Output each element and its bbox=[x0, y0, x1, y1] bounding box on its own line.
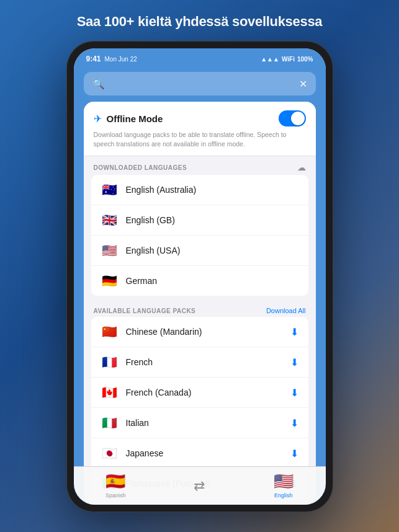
list-item[interactable]: 🇯🇵 Japanese ⬇ bbox=[91, 438, 308, 469]
battery-icon: 100% bbox=[297, 56, 313, 63]
flag-fr-ca: 🇨🇦 bbox=[101, 384, 119, 401]
tab-target-language[interactable]: 🇺🇸 English bbox=[241, 472, 315, 499]
sections-wrapper: DOWNLOADED LANGUAGES ☁ 🇦🇺 English (Austr… bbox=[84, 156, 316, 503]
signal-icon: ▲▲▲ bbox=[261, 56, 279, 63]
status-time: 9:41 bbox=[86, 55, 101, 63]
offline-mode-label-row: ✈ Offline Mode bbox=[94, 113, 163, 125]
cloud-upload-icon[interactable]: ☁ bbox=[297, 162, 306, 172]
flag-au: 🇦🇺 bbox=[101, 181, 119, 198]
flag-us: 🇺🇸 bbox=[101, 242, 119, 259]
flag-cn: 🇨🇳 bbox=[101, 323, 119, 340]
flag-it: 🇮🇹 bbox=[101, 414, 119, 432]
close-icon[interactable]: ✕ bbox=[299, 78, 307, 90]
flag-gb: 🇬🇧 bbox=[101, 211, 119, 229]
cloud-download-icon[interactable]: ⬇ bbox=[290, 326, 298, 338]
lang-name: Chinese (Mandarin) bbox=[126, 327, 290, 337]
list-item[interactable]: 🇨🇳 Chinese (Mandarin) ⬇ bbox=[91, 317, 308, 347]
status-bar: 9:41 Mon Jun 22 ▲▲▲ WiFi 100% bbox=[74, 48, 326, 66]
list-item[interactable]: 🇩🇪 German bbox=[91, 266, 308, 296]
plane-icon: ✈ bbox=[94, 113, 102, 125]
offline-description: Download language packs to be able to tr… bbox=[94, 130, 306, 148]
flag-fr: 🇫🇷 bbox=[101, 353, 119, 371]
available-section-title: AVAILABLE LANGUAGE PACKS bbox=[94, 308, 196, 314]
modal-card: ✈ Offline Mode Download language packs t… bbox=[84, 102, 316, 503]
lang-name: German bbox=[126, 276, 298, 286]
flag-jp: 🇯🇵 bbox=[101, 445, 119, 462]
cloud-download-icon[interactable]: ⬇ bbox=[290, 417, 298, 429]
list-item[interactable]: 🇨🇦 French (Canada) ⬇ bbox=[91, 378, 308, 408]
flag-de: 🇩🇪 bbox=[101, 272, 119, 290]
source-flag: 🇪🇸 bbox=[105, 472, 125, 491]
bottom-tab-bar: 🇪🇸 Spanish ⇄ 🇺🇸 English bbox=[84, 466, 316, 503]
target-flag: 🇺🇸 bbox=[274, 472, 294, 491]
list-item[interactable]: 🇮🇹 Italian ⬇ bbox=[91, 408, 308, 438]
status-icons: ▲▲▲ WiFi 100% bbox=[261, 56, 313, 63]
lang-name: English (USA) bbox=[126, 246, 298, 255]
lang-name: English (Australia) bbox=[126, 185, 298, 195]
device-frame: 9:41 Mon Jun 22 ▲▲▲ WiFi 100% 🔍 ✕ bbox=[66, 41, 333, 512]
lang-name: Italian bbox=[126, 418, 290, 428]
cloud-download-icon[interactable]: ⬇ bbox=[290, 387, 298, 399]
list-item[interactable]: 🇫🇷 French ⬇ bbox=[91, 347, 308, 378]
offline-mode-section: ✈ Offline Mode Download language packs t… bbox=[84, 102, 316, 156]
page-title: Saa 100+ kieltä yhdessä sovelluksessa bbox=[58, 0, 341, 41]
cloud-download-icon[interactable]: ⬇ bbox=[290, 357, 298, 368]
offline-mode-label: Offline Mode bbox=[107, 113, 163, 124]
offline-mode-row: ✈ Offline Mode bbox=[94, 110, 306, 126]
downloaded-section: DOWNLOADED LANGUAGES ☁ 🇦🇺 English (Austr… bbox=[84, 156, 316, 296]
search-bar[interactable]: 🔍 ✕ bbox=[84, 72, 316, 95]
list-item[interactable]: 🇬🇧 English (GB) bbox=[91, 205, 308, 236]
available-section-header: AVAILABLE LANGUAGE PACKS Download All bbox=[84, 301, 316, 317]
lang-name: French bbox=[126, 357, 290, 367]
downloaded-language-list: 🇦🇺 English (Australia) 🇬🇧 English (GB) 🇺… bbox=[91, 175, 308, 296]
status-date: Mon Jun 22 bbox=[105, 56, 137, 63]
list-item[interactable]: 🇦🇺 English (Australia) bbox=[91, 175, 308, 205]
offline-mode-toggle[interactable] bbox=[279, 110, 306, 126]
tab-swap[interactable]: ⇄ bbox=[158, 477, 241, 494]
source-label: Spanish bbox=[105, 492, 126, 499]
search-icon: 🔍 bbox=[92, 78, 105, 90]
wifi-icon: WiFi bbox=[282, 56, 295, 63]
target-label: English bbox=[274, 492, 293, 499]
lang-name: French (Canada) bbox=[126, 388, 290, 397]
lang-name: Japanese bbox=[126, 448, 290, 458]
downloaded-section-header: DOWNLOADED LANGUAGES ☁ bbox=[84, 156, 316, 175]
download-all-link[interactable]: Download All bbox=[266, 307, 306, 314]
tab-source-language[interactable]: 🇪🇸 Spanish bbox=[84, 472, 158, 499]
device-screen: 9:41 Mon Jun 22 ▲▲▲ WiFi 100% 🔍 ✕ bbox=[74, 48, 326, 505]
cloud-download-icon[interactable]: ⬇ bbox=[290, 448, 298, 459]
lang-name: English (GB) bbox=[126, 215, 298, 225]
screen-content: 🔍 ✕ ✈ Offline Mode Download language pac… bbox=[74, 66, 326, 503]
swap-icon[interactable]: ⇄ bbox=[194, 478, 205, 494]
downloaded-section-title: DOWNLOADED LANGUAGES bbox=[94, 164, 187, 171]
list-item[interactable]: 🇺🇸 English (USA) bbox=[91, 236, 308, 266]
